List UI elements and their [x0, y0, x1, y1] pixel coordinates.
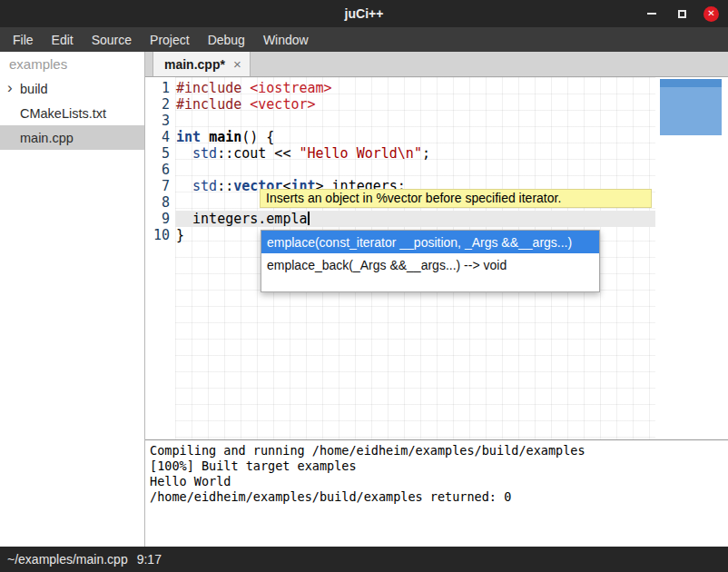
code-line: 1#include <iostream> — [145, 80, 728, 96]
doc-tooltip: Inserts an object in %vector before spec… — [260, 189, 652, 208]
terminal-line: Hello World — [150, 474, 728, 489]
terminal-line: [100%] Built target examples — [150, 459, 728, 474]
statusbar-cursor-position: 9:17 — [137, 552, 162, 567]
statusbar: ~/examples/main.cpp 9:17 — [0, 547, 728, 572]
tab-label: main.cpp* — [164, 57, 225, 72]
chevron-right-icon[interactable]: › — [7, 78, 13, 96]
sidebar-header: examples — [0, 52, 144, 76]
line-number: 8 — [145, 194, 170, 211]
window-title: juCi++ — [345, 6, 384, 21]
scrollbar-overview[interactable] — [660, 79, 722, 135]
code-text — [170, 113, 176, 129]
sidebar-item-label: build — [20, 82, 48, 96]
statusbar-file-path: ~/examples/main.cpp — [7, 552, 128, 567]
code-line: 9 integers.empla — [145, 211, 728, 227]
line-number: 4 — [145, 129, 170, 145]
terminal-line: /home/eidheim/examples/build/examples re… — [150, 489, 728, 505]
menu-item-edit[interactable]: Edit — [43, 27, 83, 52]
code-line: 2#include <vector> — [145, 96, 728, 113]
menu-item-file[interactable]: File — [4, 27, 43, 52]
code-text: std::cout << "Hello World\n"; — [170, 145, 430, 162]
line-number: 7 — [145, 178, 170, 194]
scrollbar-overview-top — [660, 79, 722, 87]
close-button[interactable]: ✕ — [703, 6, 719, 22]
code-text: integers.empla — [170, 211, 310, 227]
line-number: 2 — [145, 96, 170, 113]
line-number: 10 — [145, 227, 170, 243]
menu-item-source[interactable]: Source — [83, 27, 141, 52]
menu-item-window[interactable]: Window — [254, 27, 318, 52]
line-number: 5 — [145, 145, 170, 162]
menu-item-debug[interactable]: Debug — [199, 27, 254, 52]
sidebar-item-main-cpp[interactable]: main.cpp — [0, 125, 144, 150]
text-cursor — [308, 212, 310, 225]
autocomplete-popup: emplace(const_iterator __position, _Args… — [261, 230, 600, 292]
menu-item-project[interactable]: Project — [141, 27, 199, 52]
completion-item[interactable]: emplace_back(_Args &&__args...) --> void — [261, 253, 599, 276]
line-number: 3 — [145, 113, 170, 129]
app-window: juCi++ ✕ FileEditSourceProjectDebugWindo… — [0, 0, 728, 572]
code-text: #include <iostream> — [170, 80, 332, 96]
completion-item[interactable]: emplace(const_iterator __position, _Args… — [261, 231, 599, 253]
titlebar: juCi++ ✕ — [0, 0, 728, 27]
terminal-line: Compiling and running /home/eidheim/exam… — [150, 443, 728, 459]
maximize-button[interactable] — [674, 5, 690, 22]
code-line: 5 std::cout << "Hello World\n"; — [145, 145, 728, 162]
code-editor[interactable]: 1#include <iostream>2#include <vector>34… — [145, 77, 728, 439]
sidebar-item-cmakelists-txt[interactable]: CMakeLists.txt — [0, 101, 144, 125]
line-number: 6 — [145, 162, 170, 178]
tabbar: main.cpp* × — [145, 52, 728, 77]
sidebar-item-label: CMakeLists.txt — [20, 106, 106, 121]
code-text: #include <vector> — [170, 96, 316, 113]
close-icon: ✕ — [707, 9, 714, 18]
maximize-icon — [678, 10, 686, 18]
sidebar-item-label: main.cpp — [20, 131, 74, 145]
menubar: FileEditSourceProjectDebugWindow — [0, 27, 728, 52]
minimize-icon — [647, 13, 656, 15]
tab-main-cpp[interactable]: main.cpp* × — [152, 52, 251, 76]
line-number: 9 — [145, 211, 170, 227]
code-line: 6 — [145, 162, 728, 178]
window-controls: ✕ — [644, 0, 719, 27]
tab-close-icon[interactable]: × — [233, 56, 241, 72]
code-line: 3 — [145, 113, 728, 129]
code-text: } — [170, 227, 184, 243]
terminal-panel: Compiling and running /home/eidheim/exam… — [145, 439, 728, 547]
code-text — [170, 194, 176, 211]
code-text — [170, 162, 176, 178]
minimize-button[interactable] — [644, 5, 660, 22]
code-lines: 1#include <iostream>2#include <vector>34… — [145, 80, 728, 243]
code-line: 4int main() { — [145, 129, 728, 145]
code-text: int main() { — [170, 129, 274, 145]
line-number: 1 — [145, 80, 170, 96]
sidebar-item-build[interactable]: ›build — [0, 76, 144, 101]
sidebar-items: ›buildCMakeLists.txtmain.cpp — [0, 76, 144, 150]
file-tree-sidebar: examples ›buildCMakeLists.txtmain.cpp — [0, 52, 145, 547]
